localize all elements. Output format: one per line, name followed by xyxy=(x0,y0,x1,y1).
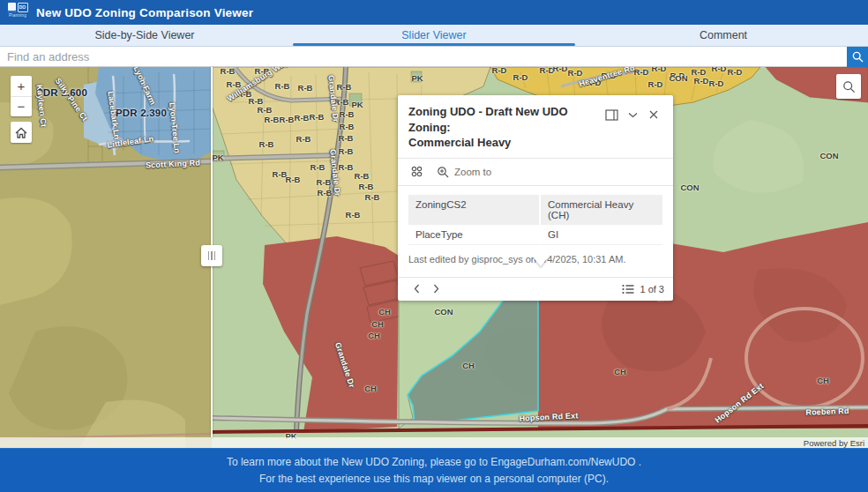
app-window: DO Planning New UDO Zoning Comparison Vi… xyxy=(0,0,868,492)
logo-caption: Planning xyxy=(9,13,26,18)
previous-feature-button[interactable] xyxy=(407,280,426,299)
swipe-handle[interactable] xyxy=(201,245,222,266)
popup-callout-pointer xyxy=(532,256,550,266)
map-attribution: Powered by Esri xyxy=(0,437,868,448)
zone-label: R-B xyxy=(340,122,355,131)
zone-label: R-B xyxy=(227,79,242,89)
street-label: Scott King Rd xyxy=(146,158,201,169)
popup-title: Zoning UDO - Draft New UDO Zoning: Comme… xyxy=(408,104,601,151)
next-feature-button[interactable] xyxy=(426,280,445,299)
zone-label: R-D xyxy=(602,71,617,80)
popup-toolbar: Zoom to xyxy=(398,158,673,186)
zone-label: R-B xyxy=(273,169,288,179)
footer-line-1: To learn more about the New UDO Zoning, … xyxy=(227,454,641,471)
address-search-bar xyxy=(0,47,868,67)
zone-label: CH xyxy=(614,367,626,376)
zone-label: CON xyxy=(434,307,453,317)
footer-line-2: For the best experience use this map vie… xyxy=(259,471,609,488)
zone-label: R-B xyxy=(280,115,295,124)
zone-label: R-B xyxy=(255,67,270,76)
zone-label: R-B xyxy=(318,188,333,198)
chevron-right-icon xyxy=(433,284,439,294)
zone-label: R-D xyxy=(709,78,724,88)
zone-label: R-B xyxy=(249,96,264,106)
zone-label: PK xyxy=(351,100,363,109)
view-tabs: Side-by-Side Viewer Slider Viewer Commen… xyxy=(0,25,868,47)
zone-label: R-B xyxy=(221,67,236,76)
tab-side-by-side-viewer[interactable]: Side-by-Side Viewer xyxy=(0,25,289,46)
zone-label: R-B xyxy=(310,112,325,122)
zone-label: CON xyxy=(819,151,838,160)
street-label: Littleleaf Ln xyxy=(107,134,154,149)
pdr-zone-label: PDR 2.390 xyxy=(116,108,167,118)
street-label: Lyon Tree Ln xyxy=(168,102,182,154)
table-row: PlaceType GI xyxy=(408,225,662,245)
actions-button[interactable] xyxy=(408,164,424,180)
map-viewport[interactable]: R-BR-BR-BR-BR-BR-BR-BR-BR-BR-BR-BR-BR-BR… xyxy=(0,67,868,448)
planning-logo: DO Planning xyxy=(6,3,29,22)
page-title: New UDO Zoning Comparison Viewer xyxy=(36,6,253,19)
zone-label: R-D xyxy=(648,79,663,89)
zone-label: CH xyxy=(364,384,377,393)
field-value: GI xyxy=(539,225,662,245)
zone-label: CH xyxy=(371,319,384,329)
zone-label: R-B xyxy=(334,97,349,107)
zone-label: R-D xyxy=(492,67,507,75)
zone-label: R-D xyxy=(728,67,743,77)
table-row: ZoningCS2 Commercial Heavy (CH) xyxy=(408,195,662,225)
street-label: Grandale Dr xyxy=(333,341,356,389)
street-label: Roeben Rd xyxy=(805,406,849,417)
search-button[interactable] xyxy=(847,47,868,67)
street-label: Grandale Dr xyxy=(328,149,342,197)
zone-label: R-B xyxy=(346,210,361,220)
esri-attribution: Powered by Esri xyxy=(804,438,864,448)
zoom-in-button[interactable]: + xyxy=(11,76,32,97)
zone-label: CH xyxy=(368,331,380,340)
zone-label: R-B xyxy=(295,113,310,123)
street-label: Hopson Rd Ext xyxy=(519,411,579,422)
udo-badge-icon: DO xyxy=(18,3,28,12)
zone-label: R-B xyxy=(286,175,301,184)
zone-label: R-B xyxy=(355,171,370,181)
app-header: DO Planning New UDO Zoning Comparison Vi… xyxy=(0,0,868,25)
field-name: PlaceType xyxy=(408,225,539,245)
feature-list-icon[interactable] xyxy=(622,284,634,294)
zone-label: R-D xyxy=(553,67,568,73)
zone-label: R-D xyxy=(587,78,602,87)
zone-label: R-B xyxy=(259,139,274,149)
magnifier-icon xyxy=(842,80,856,93)
zoom-to-button[interactable]: Zoom to xyxy=(437,166,491,178)
field-value: Commercial Heavy (CH) xyxy=(539,195,662,225)
tab-comment[interactable]: Comment xyxy=(579,25,868,46)
feature-popup: Zoning UDO - Draft New UDO Zoning: Comme… xyxy=(398,95,673,301)
street-label: Heaventree Rd xyxy=(578,67,636,88)
zoom-out-button[interactable]: − xyxy=(11,97,32,117)
zone-label: R-B xyxy=(359,182,374,191)
zone-label: CON xyxy=(680,183,699,192)
map-search-button[interactable] xyxy=(836,74,861,99)
zone-label: CH xyxy=(817,376,829,385)
chevron-left-icon xyxy=(414,284,420,294)
flag-icon xyxy=(8,3,16,12)
home-button[interactable] xyxy=(11,122,32,143)
tab-slider-viewer[interactable]: Slider Viewer xyxy=(289,25,579,46)
field-name: ZoningCS2 xyxy=(408,195,539,225)
zone-label: R-D xyxy=(712,67,727,73)
feature-count: 1 of 3 xyxy=(640,284,664,294)
attribute-table: ZoningCS2 Commercial Heavy (CH) PlaceTyp… xyxy=(408,195,662,245)
zone-label: R-B xyxy=(258,105,273,115)
close-button[interactable] xyxy=(643,104,664,125)
zoom-control: + − xyxy=(11,76,32,116)
zone-label: R-B xyxy=(340,109,355,119)
dock-button[interactable] xyxy=(601,104,622,125)
zone-label: CON xyxy=(669,73,687,83)
pdr-zone-label: PDR 1.600 xyxy=(36,87,87,98)
zoom-to-icon xyxy=(437,166,449,178)
zone-label: R-D xyxy=(540,67,555,75)
search-input[interactable] xyxy=(0,47,847,66)
zone-label: R-B xyxy=(339,162,354,172)
collapse-button[interactable] xyxy=(622,104,643,125)
zone-label: R-D xyxy=(652,67,667,73)
close-icon xyxy=(649,110,658,119)
zone-label: R-D xyxy=(692,67,707,77)
